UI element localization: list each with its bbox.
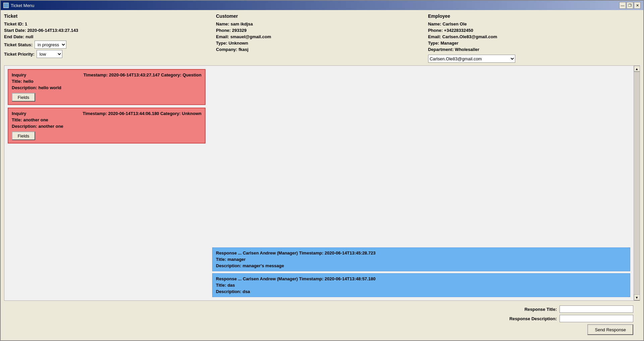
response-title-input[interactable] — [560, 305, 633, 313]
response-title-row: Response Title: — [524, 305, 633, 313]
inquiry-2-description: Description: another one — [12, 124, 201, 129]
customer-company-line: Company: fkasj — [216, 47, 428, 52]
main-window: Ticket Menu — ❐ ✕ Ticket Ticket ID: 1 St… — [0, 0, 644, 341]
ticket-id-label: Ticket ID: — [4, 21, 23, 26]
inquiry-1-timestamp: Timestamp: 2020-06-14T13:43:27.147 Categ… — [83, 72, 201, 77]
inquiries-panel: Inquiry Timestamp: 2020-06-14T13:43:27.1… — [4, 66, 209, 300]
inquiry-card-1: Inquiry Timestamp: 2020-06-14T13:43:27.1… — [8, 69, 206, 105]
ticket-section-label: Ticket — [4, 13, 216, 19]
inquiry-2-timestamp: Timestamp: 2020-06-14T13:44:06.180 Categ… — [82, 111, 201, 116]
customer-type-label: Type: — [216, 41, 227, 46]
employee-type-value: Manager — [441, 41, 458, 46]
responses-panel: Response ... Carlsen Andrew (Manager) Ti… — [209, 66, 634, 300]
response-desc-label: Response Description: — [509, 316, 557, 321]
ticket-status-row: Ticket Status: in progress resolved clos… — [4, 41, 216, 49]
ticket-start-date-line: Start Date: 2020-06-14T13:43:27.143 — [4, 28, 216, 33]
window-title: Ticket Menu — [11, 3, 34, 8]
send-response-button[interactable]: Send Response — [587, 324, 633, 335]
employee-department-value: Wholesaller — [455, 47, 479, 52]
app-icon — [3, 3, 9, 8]
employee-column: Employee Name: Carlsen Ole Phone: +34228… — [428, 13, 640, 63]
minimize-button[interactable]: — — [619, 2, 626, 9]
response-title-label: Response Title: — [524, 307, 557, 312]
ticket-status-label: Ticket Status: — [4, 42, 33, 47]
scroll-down-arrow[interactable]: ▼ — [634, 294, 640, 300]
customer-company-label: Company: — [216, 47, 237, 52]
employee-dropdown-row: Carlsen.Ole83@gmail.com — [428, 55, 640, 63]
scrollbar: ▲ ▼ — [634, 66, 640, 300]
ticket-end-date-line: End Date: null — [4, 34, 216, 39]
maximize-button[interactable]: ❐ — [627, 2, 633, 9]
employee-email-label: Email: — [428, 34, 441, 39]
customer-column: Customer Name: sam ikdjsa Phone: 293329 … — [216, 13, 428, 63]
ticket-priority-label: Ticket Priority: — [4, 52, 35, 57]
ticket-priority-dropdown[interactable]: low medium high — [37, 50, 62, 58]
ticket-id-value: 1 — [25, 21, 27, 26]
customer-type-line: Type: Unknown — [216, 41, 428, 46]
employee-department-label: Department: — [428, 47, 454, 52]
title-bar-left: Ticket Menu — [3, 3, 34, 8]
customer-name-line: Name: sam ikdjsa — [216, 21, 428, 26]
send-response-row: Send Response — [587, 324, 633, 335]
employee-phone-line: Phone: +34228332450 — [428, 28, 640, 33]
header-section: Ticket Ticket ID: 1 Start Date: 2020-06-… — [4, 13, 640, 63]
customer-email-value: smauel@gmail.com — [230, 34, 271, 39]
inquiry-2-header: Inquiry Timestamp: 2020-06-14T13:44:06.1… — [12, 111, 201, 116]
title-bar-controls: — ❐ ✕ — [619, 2, 641, 9]
customer-name-value: sam ikdjsa — [231, 21, 253, 26]
employee-name-line: Name: Carlsen Ole — [428, 21, 640, 26]
customer-email-label: Email: — [216, 34, 229, 39]
employee-phone-value: +34228332450 — [444, 28, 473, 33]
inquiry-1-title: Title: hello — [12, 79, 201, 84]
employee-email-value: Carlsen.Ole83@gmail.com — [442, 34, 497, 39]
inquiry-2-title: Title: another one — [12, 117, 201, 122]
customer-phone-value: 293329 — [232, 28, 246, 33]
customer-type-value: Unknown — [229, 41, 248, 46]
response-1-title: Title: manager — [216, 257, 627, 262]
employee-section-label: Employee — [428, 13, 640, 19]
employee-name-value: Carlsen Ole — [443, 21, 467, 26]
customer-name-label: Name: — [216, 21, 229, 26]
employee-phone-label: Phone: — [428, 28, 443, 33]
response-desc-input[interactable] — [560, 315, 633, 322]
employee-type-line: Type: Manager — [428, 41, 640, 46]
inquiry-2-label: Inquiry — [12, 111, 26, 116]
inquiry-1-label: Inquiry — [12, 72, 26, 77]
response-card-1: Response ... Carlsen Andrew (Manager) Ti… — [212, 247, 630, 271]
response-1-description: Description: manager's message — [216, 263, 627, 268]
ticket-end-date-value: null — [25, 34, 33, 39]
ticket-column: Ticket Ticket ID: 1 Start Date: 2020-06-… — [4, 13, 216, 63]
inquiry-2-fields-button[interactable]: Fields — [12, 131, 35, 140]
inquiry-card-2: Inquiry Timestamp: 2020-06-14T13:44:06.1… — [8, 108, 206, 144]
response-2-header: Response ... Carlsen Andrew (Manager) Ti… — [216, 276, 627, 281]
response-2-title: Title: das — [216, 283, 627, 288]
customer-phone-line: Phone: 293329 — [216, 28, 428, 33]
customer-company-value: fkasj — [239, 47, 249, 52]
response-2-description: Description: dsa — [216, 289, 627, 294]
ticket-end-date-label: End Date: — [4, 34, 24, 39]
customer-section-label: Customer — [216, 13, 428, 19]
footer-section: Response Title: Response Description: Se… — [4, 303, 640, 337]
customer-phone-label: Phone: — [216, 28, 231, 33]
scroll-up-arrow[interactable]: ▲ — [634, 66, 640, 72]
inquiry-1-fields-button[interactable]: Fields — [12, 93, 35, 102]
response-card-2: Response ... Carlsen Andrew (Manager) Ti… — [212, 273, 630, 297]
inquiry-1-description: Description: hello world — [12, 85, 201, 90]
response-1-header: Response ... Carlsen Andrew (Manager) Ti… — [216, 250, 627, 255]
ticket-start-date-label: Start Date: — [4, 28, 26, 33]
employee-email-line: Email: Carlsen.Ole83@gmail.com — [428, 34, 640, 39]
customer-email-line: Email: smauel@gmail.com — [216, 34, 428, 39]
ticket-id-line: Ticket ID: 1 — [4, 21, 216, 26]
employee-email-dropdown[interactable]: Carlsen.Ole83@gmail.com — [428, 55, 515, 63]
employee-name-label: Name: — [428, 21, 442, 26]
close-button[interactable]: ✕ — [634, 2, 641, 9]
title-bar: Ticket Menu — ❐ ✕ — [1, 1, 643, 10]
response-spacer — [212, 69, 630, 245]
ticket-status-dropdown[interactable]: in progress resolved closed open — [35, 41, 66, 49]
content-area: Ticket Ticket ID: 1 Start Date: 2020-06-… — [1, 10, 643, 340]
main-area: Inquiry Timestamp: 2020-06-14T13:43:27.1… — [4, 65, 640, 301]
response-desc-row: Response Description: — [509, 315, 633, 322]
employee-type-label: Type: — [428, 41, 440, 46]
inquiry-1-header: Inquiry Timestamp: 2020-06-14T13:43:27.1… — [12, 72, 201, 77]
ticket-priority-row: Ticket Priority: low medium high — [4, 50, 216, 58]
